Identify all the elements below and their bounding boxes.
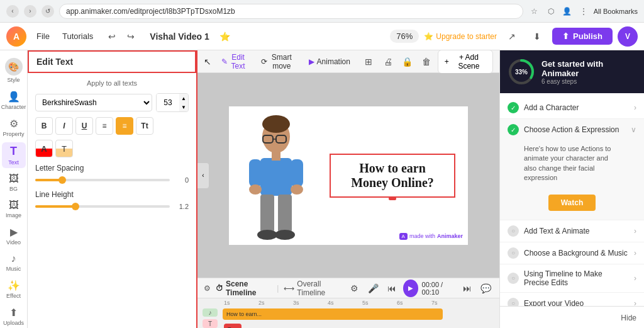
get-started-title: Get started with Animaker [541, 59, 636, 78]
hide-btn[interactable]: Hide [621, 314, 636, 322]
add-scene-btn[interactable]: + + Add Scene [438, 50, 493, 74]
line-height-slider[interactable] [35, 205, 170, 208]
menu-icon[interactable]: ⋮ [577, 5, 590, 18]
step-choose-bg[interactable]: ○ Choose a Background & Music › [500, 242, 644, 264]
step-add-character[interactable]: ✓ Add a Character › [500, 97, 644, 119]
share-btn[interactable]: ↗ [502, 26, 522, 47]
sidebar-item-image[interactable]: 🖼 Image [2, 197, 26, 221]
case-btn[interactable]: Tt [136, 117, 153, 135]
edit-text-tool-btn[interactable]: ✎ Edit Text [216, 50, 251, 73]
font-family-select[interactable]: BerkshireSwash [35, 94, 152, 111]
profile-icon[interactable]: 👤 [561, 5, 574, 18]
download-btn[interactable]: ⬇ [527, 26, 547, 47]
svg-point-14 [275, 230, 295, 240]
bg-color-btn[interactable]: T [55, 140, 73, 157]
resize-handle[interactable] [389, 197, 396, 200]
canvas-viewport: ‹ [197, 73, 499, 278]
back-btn[interactable]: ‹ [6, 5, 19, 18]
menu-tutorials[interactable]: Tutorials [57, 29, 98, 43]
svg-point-10 [291, 184, 303, 195]
star-icon[interactable]: ☆ [528, 5, 541, 18]
ruler-6s: 6s [397, 300, 431, 306]
step-choose-action[interactable]: ✓ Choose Action & Expression ∨ Here's ho… [500, 119, 644, 220]
ruler-4s: 4s [328, 300, 362, 306]
font-size-container: ▲ ▼ [156, 93, 189, 112]
play-btn[interactable]: ▶ [403, 280, 418, 297]
zoom-control[interactable]: 76% [390, 30, 419, 43]
menu-file[interactable]: File [31, 29, 55, 43]
undo-redo-group: ↩ ↪ [103, 28, 140, 45]
publish-button[interactable]: ⬆ Publish [552, 28, 613, 45]
sidebar-item-character[interactable]: 👤 Character [2, 88, 26, 113]
overall-timeline-btn[interactable]: ⟷ Overall Timeline [284, 280, 342, 297]
animation-tool-btn[interactable]: ▶ Animation [304, 55, 355, 69]
skip-forward-btn[interactable]: ⏭ [460, 280, 475, 297]
panel-collapse-btn[interactable]: ‹ [197, 163, 209, 188]
text-clip[interactable]: T [224, 324, 242, 328]
line-height-section: Line Height 1.2 [35, 190, 189, 210]
refresh-btn[interactable]: ↺ [42, 5, 54, 18]
cursor-tool-btn[interactable]: ↖ [204, 57, 211, 67]
edit-panel-body: Apply to all texts BerkshireSwash ▲ ▼ B … [28, 73, 196, 328]
publish-icon: ⬆ [562, 31, 569, 41]
edit-panel-header: Edit Text [28, 50, 196, 73]
sidebar-item-property[interactable]: ⚙ Property [2, 115, 26, 140]
settings-icon[interactable]: ⚙ [204, 284, 211, 293]
delete-icon-btn[interactable]: 🗑 [418, 52, 435, 72]
mic-btn[interactable]: 🎤 [366, 280, 381, 297]
bookmarks-label: All Bookmarks [594, 8, 638, 15]
text-box[interactable]: How to earn Money Online? [330, 154, 455, 198]
step-export[interactable]: ○ Export your Video › [500, 293, 644, 306]
effect-icon: ✨ [8, 280, 20, 291]
style-avatar-icon: 🎨 [5, 58, 23, 76]
align-btn[interactable]: ≡ [116, 117, 133, 135]
grid-icon-btn[interactable]: ⊞ [360, 52, 377, 72]
url-bar[interactable]: app.animaker.com/editproject/l8b3PTpTDsx… [59, 4, 523, 19]
settings2-btn[interactable]: ⚙ [347, 280, 362, 297]
property-icon: ⚙ [9, 118, 18, 130]
uploads-icon: ⬆ [9, 307, 18, 319]
bold-btn[interactable]: B [35, 117, 53, 135]
step-arrow-precise-edits: › [634, 274, 636, 283]
print-icon-btn[interactable]: 🖨 [380, 52, 397, 72]
sidebar-item-style[interactable]: 🎨 Style [2, 55, 26, 86]
italic-btn[interactable]: I [55, 117, 73, 135]
sidebar-item-music[interactable]: ♪ Music [2, 251, 26, 274]
step-add-text[interactable]: ○ Add Text & Animate › [500, 220, 644, 242]
captions-btn[interactable]: 💬 [478, 280, 493, 297]
list-btn[interactable]: ≡ [96, 117, 113, 135]
sidebar-item-text[interactable]: T Text [2, 142, 26, 168]
extensions-icon[interactable]: ⬡ [545, 5, 557, 18]
smart-move-tool-btn[interactable]: ⟳ Smart move [256, 50, 298, 73]
project-star-icon[interactable]: ⭐ [219, 31, 230, 42]
image-icon: 🖼 [9, 200, 19, 211]
font-size-down-btn[interactable]: ▼ [179, 103, 188, 111]
sidebar-item-bg[interactable]: 🖼 BG [2, 171, 26, 195]
step-precise-edits[interactable]: ○ Using Timeline to Make Precise Edits › [500, 264, 644, 293]
redo-btn[interactable]: ↪ [122, 28, 140, 45]
letter-spacing-slider[interactable] [35, 179, 170, 181]
text-color-btn[interactable]: A [35, 140, 53, 157]
sidebar-item-effect[interactable]: ✨ Effect [2, 277, 26, 302]
overall-icon: ⟷ [284, 284, 294, 293]
upgrade-btn[interactable]: ⭐ Upgrade to starter [424, 32, 497, 41]
font-size-up-btn[interactable]: ▲ [179, 94, 188, 103]
watch-btn[interactable]: Watch [548, 195, 596, 211]
sidebar-item-uploads[interactable]: ⬆ Uploads [2, 304, 26, 328]
user-avatar[interactable]: V [618, 26, 638, 47]
sidebar-item-video[interactable]: ▶ Video [2, 223, 26, 248]
step-arrow-add-text: › [634, 227, 636, 235]
svg-rect-6 [272, 152, 280, 161]
font-size-input[interactable] [157, 94, 179, 111]
timeline-divider: | [277, 284, 279, 293]
undo-btn[interactable]: ↩ [103, 28, 121, 45]
lock-icon-btn[interactable]: 🔒 [399, 52, 416, 72]
underline-btn[interactable]: U [75, 117, 93, 135]
audio-clip[interactable]: How to earn... [223, 308, 443, 320]
smart-move-icon: ⟳ [261, 57, 267, 66]
scene-canvas: How to earn Money Online? A made with An… [229, 106, 468, 245]
timeline-tracks: ♪ T 1s 2s 3s 4s 5s 6s 7s How to earn... [197, 298, 499, 328]
skip-back-btn[interactable]: ⏮ [384, 280, 399, 297]
forward-btn[interactable]: › [24, 5, 36, 18]
line-height-value: 1.2 [174, 203, 189, 210]
